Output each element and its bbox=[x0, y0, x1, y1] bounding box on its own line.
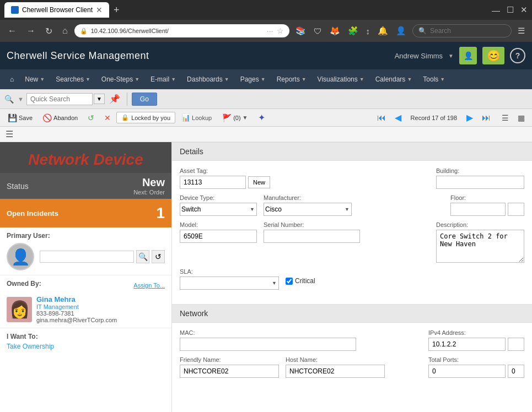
record-first-button[interactable]: ⏮ bbox=[373, 111, 390, 125]
ipv6-short-input[interactable] bbox=[508, 338, 524, 351]
nav-one-steps[interactable]: One-Steps ▼ bbox=[96, 69, 145, 89]
record-next-button[interactable]: ▶ bbox=[463, 110, 477, 125]
flags-dropdown-arrow[interactable]: ▼ bbox=[243, 115, 248, 121]
nav-new[interactable]: New ▼ bbox=[19, 69, 50, 89]
assign-to-link[interactable]: Assign To... bbox=[133, 282, 165, 289]
nav-searches[interactable]: Searches ▼ bbox=[50, 69, 96, 89]
menu-button[interactable]: ☰ bbox=[515, 24, 528, 37]
back-button[interactable]: ← bbox=[4, 24, 20, 38]
delete-button[interactable]: ✕ bbox=[100, 111, 115, 124]
pin-icon: 📌 bbox=[107, 94, 122, 104]
status-value: New bbox=[133, 176, 165, 189]
browser-search-input[interactable] bbox=[430, 27, 513, 35]
i-want-section: I Want To: Take Ownership bbox=[0, 328, 171, 355]
user-dropdown-arrow[interactable]: ▼ bbox=[448, 53, 454, 59]
flags-button[interactable]: 🚩 (0) ▼ bbox=[218, 111, 252, 124]
owner-department[interactable]: IT Management bbox=[36, 303, 165, 310]
model-input[interactable] bbox=[180, 230, 257, 243]
host-name-input[interactable] bbox=[286, 365, 385, 378]
nav-email-arrow: ▼ bbox=[171, 77, 176, 82]
details-form: Asset Tag: New Building: Device Type: bbox=[172, 161, 532, 302]
serial-number-input[interactable] bbox=[264, 230, 360, 243]
nav-tools[interactable]: Tools ▼ bbox=[417, 69, 450, 89]
critical-checkbox[interactable] bbox=[286, 278, 293, 285]
browser-titlebar: Cherwell Browser Client ✕ + — ☐ ✕ bbox=[0, 0, 532, 20]
network-form: MAC: IPv4 Address: Friendly Name: bbox=[172, 323, 532, 390]
nav-one-steps-arrow: ▼ bbox=[135, 77, 139, 82]
friendly-name-input[interactable] bbox=[180, 365, 279, 378]
next-status-label: Next: Order bbox=[133, 189, 165, 196]
total-ports-input[interactable] bbox=[428, 365, 506, 378]
notifications-icon[interactable]: 🔔 bbox=[375, 24, 391, 37]
host-name-label: Host Name: bbox=[286, 356, 385, 363]
tab-close-button[interactable]: ✕ bbox=[96, 6, 103, 14]
record-prev-button[interactable]: ◀ bbox=[391, 110, 405, 125]
pocket-icon[interactable]: 🦊 bbox=[327, 24, 343, 37]
critical-label: Critical bbox=[295, 277, 315, 285]
incidents-label: Open Incidents bbox=[7, 209, 58, 218]
forward-button[interactable]: → bbox=[23, 24, 39, 38]
lookup-button[interactable]: 📊 Lookup bbox=[176, 111, 217, 124]
asset-tag-input[interactable] bbox=[180, 176, 246, 189]
new-tab-button[interactable]: + bbox=[114, 4, 120, 16]
owner-name[interactable]: Gina Mehra bbox=[36, 295, 165, 303]
record-last-button[interactable]: ⏭ bbox=[478, 111, 495, 125]
shield-icon[interactable]: 🛡 bbox=[311, 25, 325, 37]
mac-label: MAC: bbox=[180, 329, 356, 336]
minimize-button[interactable]: — bbox=[492, 6, 500, 15]
device-type-select[interactable]: Switch bbox=[180, 203, 257, 216]
quick-search-input[interactable] bbox=[26, 93, 93, 105]
account-icon[interactable]: 👤 bbox=[393, 24, 409, 37]
refresh-button[interactable]: ↺ bbox=[83, 111, 99, 124]
sync-icon[interactable]: ↕ bbox=[363, 25, 373, 37]
nav-pages[interactable]: Pages ▼ bbox=[235, 69, 271, 89]
browser-tab[interactable]: Cherwell Browser Client ✕ bbox=[4, 2, 109, 18]
open-incidents-bar[interactable]: Open Incidents 1 bbox=[0, 199, 171, 227]
search-type-dropdown[interactable]: ▼ bbox=[16, 94, 25, 104]
nav-dashboards[interactable]: Dashboards ▼ bbox=[181, 69, 235, 89]
mac-input[interactable] bbox=[180, 338, 356, 351]
save-button[interactable]: 💾 Save bbox=[3, 111, 37, 124]
device-type-group: Device Type: Switch ▼ bbox=[180, 194, 257, 216]
maximize-button[interactable]: ☐ bbox=[507, 5, 514, 15]
floor-input[interactable] bbox=[450, 203, 506, 216]
split-view-button[interactable]: ▦ bbox=[514, 111, 529, 124]
take-ownership-link[interactable]: Take Ownership bbox=[7, 343, 54, 350]
nav-email[interactable]: E-mail ▼ bbox=[145, 69, 181, 89]
lock-icon: 🔒 bbox=[80, 28, 88, 35]
abandon-icon: 🚫 bbox=[42, 113, 52, 122]
device-type-label: Device Type: bbox=[180, 194, 257, 201]
hamburger-menu-button[interactable]: ☰ bbox=[6, 129, 13, 139]
free-ports-input[interactable] bbox=[508, 365, 524, 378]
nav-home[interactable]: ⌂ bbox=[4, 69, 19, 89]
building-input[interactable] bbox=[436, 176, 524, 189]
home-browser-button[interactable]: ⌂ bbox=[59, 24, 71, 38]
library-icon[interactable]: 📚 bbox=[293, 24, 309, 37]
room-input[interactable] bbox=[508, 203, 524, 216]
address-bar[interactable]: 🔒 10.42.100.96/CherwellClient/ ··· ☆ bbox=[74, 24, 289, 37]
browser-search-bar[interactable]: 🔍 bbox=[412, 24, 512, 37]
nav-visualizations-arrow: ▼ bbox=[359, 77, 364, 82]
go-button[interactable]: Go bbox=[132, 93, 157, 106]
extensions-icon[interactable]: 🧩 bbox=[345, 24, 361, 37]
sla-select[interactable] bbox=[180, 277, 279, 290]
nav-reports[interactable]: Reports ▼ bbox=[271, 69, 312, 89]
ipv4-input[interactable] bbox=[428, 338, 506, 351]
clear-flag-button[interactable]: ✦ bbox=[254, 110, 270, 125]
asset-tag-new-button[interactable]: New bbox=[248, 176, 270, 188]
help-button[interactable]: ? bbox=[510, 48, 525, 63]
description-textarea[interactable]: Core Switch 2 for New Haven bbox=[436, 230, 524, 263]
manufacturer-select[interactable]: Cisco bbox=[264, 203, 352, 216]
primary-user-input[interactable] bbox=[40, 251, 134, 263]
window-close-button[interactable]: ✕ bbox=[520, 5, 528, 15]
user-search-icon-btn[interactable]: 🔍 bbox=[136, 250, 149, 263]
nav-visualizations[interactable]: Visualizations ▼ bbox=[312, 69, 370, 89]
reload-button[interactable]: ↻ bbox=[42, 24, 56, 39]
user-refresh-icon-btn[interactable]: ↺ bbox=[152, 250, 165, 263]
nav-calendars[interactable]: Calendars ▼ bbox=[370, 69, 418, 89]
abandon-button[interactable]: 🚫 Abandon bbox=[38, 111, 82, 124]
floor-label: Floor: bbox=[450, 194, 524, 201]
search-dropdown-button[interactable]: ▼ bbox=[94, 94, 105, 104]
asset-building-row: Asset Tag: New Building: bbox=[180, 167, 524, 189]
list-view-button[interactable]: ☰ bbox=[498, 111, 513, 124]
